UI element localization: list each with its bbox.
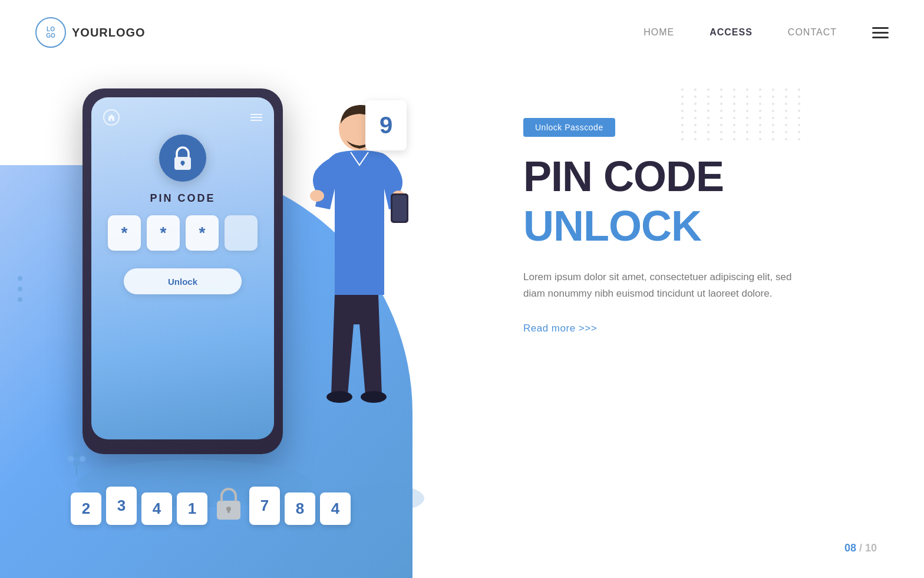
dot-grid-item: [694, 88, 697, 91]
page-indicator: 08 / 10: [844, 542, 877, 554]
pin-box-1[interactable]: *: [108, 215, 141, 251]
right-content: Unlock Passcode PIN CODE UNLOCK Lorem ip…: [523, 118, 877, 334]
svg-rect-2: [182, 163, 184, 166]
badge: Unlock Passcode: [523, 118, 615, 137]
dot-grid-item: [772, 110, 774, 112]
dot-grid-item: [720, 88, 722, 91]
num-1: 1: [177, 492, 207, 525]
flower-decoration: [65, 446, 88, 478]
dot-grid-item: [759, 88, 761, 91]
dot-grid-item: [733, 103, 735, 105]
pin-inputs: * * *: [108, 215, 258, 251]
dot-grid-item: [746, 88, 748, 91]
dot-grid-item: [785, 88, 787, 91]
num-2: 2: [71, 492, 101, 525]
phone-screen: PIN CODE * * * Unlock: [91, 97, 274, 439]
dot-grid-item: [746, 110, 748, 112]
nav-contact[interactable]: CONTACT: [788, 27, 837, 38]
dot-grid-item: [772, 103, 774, 105]
dot-grid-item: [707, 103, 710, 105]
number-card-9: 9: [365, 100, 407, 150]
dot-grid-item: [733, 110, 735, 112]
pin-box-3[interactable]: *: [186, 215, 219, 251]
description-text: Lorem ipsum dolor sit amet, consectetuer…: [523, 269, 806, 302]
num-4: 4: [141, 492, 172, 525]
dot-grid-item: [759, 96, 761, 98]
unlock-button[interactable]: Unlock: [124, 268, 242, 294]
dot-grid-item: [746, 96, 748, 98]
floor-numbers: 2 3 4 1 7 8 4: [71, 484, 424, 525]
dot-grid-item: [694, 103, 697, 105]
dots-left: [18, 276, 22, 302]
read-more-link[interactable]: Read more >>>: [523, 323, 597, 334]
dot-grid-item: [681, 110, 684, 112]
page-current: 08: [844, 542, 856, 554]
phone-mockup: PIN CODE * * * Unlock: [82, 88, 283, 454]
svg-point-8: [326, 391, 352, 403]
dot-1: [18, 276, 22, 281]
pin-box-4[interactable]: [225, 215, 258, 251]
lock-icon: [159, 134, 206, 182]
dot-grid-item: [681, 88, 684, 91]
dot-2: [18, 287, 22, 291]
svg-point-14: [68, 456, 74, 462]
dot-grid-item: [707, 88, 710, 91]
header: LO GO YOURLOGO HOME ACCESS CONTACT: [0, 0, 924, 65]
dot-grid-item: [720, 110, 722, 112]
dot-grid-item: [694, 96, 697, 98]
dot-grid-item: [746, 103, 748, 105]
phone-home-icon: [103, 109, 120, 126]
dot-grid-item: [798, 110, 800, 112]
page-separator: /: [859, 542, 862, 554]
main-title-line2: UNLOCK: [523, 204, 877, 249]
dot-grid-item: [707, 110, 710, 112]
dot-grid-item: [733, 96, 735, 98]
pin-box-2[interactable]: *: [147, 215, 180, 251]
dot-grid-item: [772, 96, 774, 98]
logo-icon: LO GO: [35, 17, 66, 48]
dot-grid-item: [720, 103, 722, 105]
dot-grid-item: [681, 96, 684, 98]
logo-area: LO GO YOURLOGO: [35, 17, 146, 48]
nav-access[interactable]: ACCESS: [710, 27, 753, 38]
hamburger-menu[interactable]: [872, 27, 889, 38]
nav-home[interactable]: HOME: [644, 27, 674, 38]
dot-grid-item: [681, 103, 684, 105]
main-title-line1: PIN CODE: [523, 155, 877, 199]
svg-point-9: [361, 391, 387, 403]
svg-point-15: [80, 456, 85, 462]
num-3: 3: [106, 487, 137, 525]
svg-point-13: [73, 451, 80, 458]
pin-code-label: PIN CODE: [150, 192, 215, 205]
svg-point-16: [74, 461, 80, 467]
dot-grid-item: [720, 96, 722, 98]
dot-grid-item: [733, 88, 735, 91]
num-4b: 4: [320, 492, 351, 525]
dot-grid-item: [785, 110, 787, 112]
main-nav: HOME ACCESS CONTACT: [644, 27, 889, 38]
dot-grid-item: [785, 103, 787, 105]
svg-rect-7: [392, 195, 407, 221]
dot-grid-item: [759, 110, 761, 112]
dot-grid-item: [798, 88, 800, 91]
dot-grid-item: [694, 110, 697, 112]
phone-topbar: [103, 109, 262, 126]
page-total: 10: [865, 542, 877, 554]
svg-rect-12: [227, 509, 230, 513]
logo-text: YOURLOGO: [72, 26, 146, 40]
dot-3: [18, 297, 22, 302]
num-7: 7: [249, 487, 280, 525]
num-8: 8: [285, 492, 315, 525]
padlock-floor: [212, 484, 245, 525]
dot-grid-item: [798, 96, 800, 98]
dot-grid-item: [759, 103, 761, 105]
dot-grid-item: [785, 96, 787, 98]
dot-grid-item: [798, 103, 800, 105]
dot-grid-item: [707, 96, 710, 98]
svg-point-4: [310, 190, 324, 202]
dot-grid-item: [772, 88, 774, 91]
illustration-area: PIN CODE * * * Unlock 9: [59, 71, 424, 554]
phone-hamburger-icon: [250, 114, 262, 121]
